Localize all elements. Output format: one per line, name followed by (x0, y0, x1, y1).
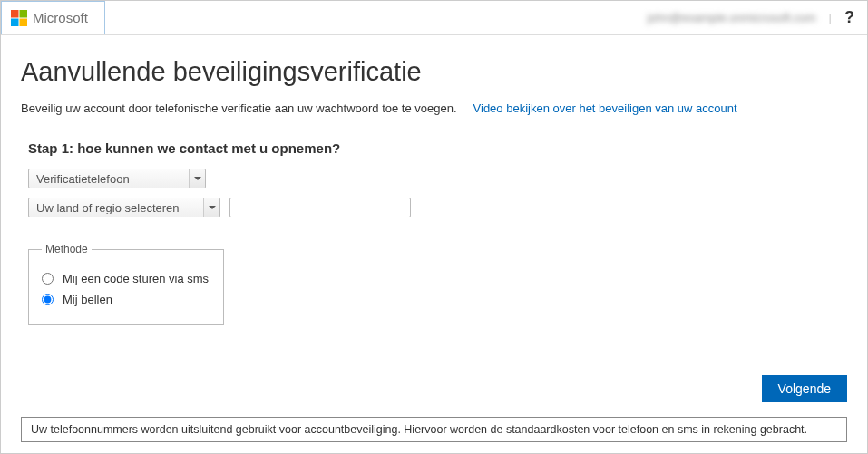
divider: | (829, 11, 832, 24)
header-bar: Microsoft john@example.onmicrosoft.com |… (1, 1, 867, 35)
user-email: john@example.onmicrosoft.com (648, 11, 816, 24)
contact-method-row: Verificatietelefoon (28, 169, 847, 188)
country-region-select[interactable]: Uw land of regio selecteren (28, 198, 220, 217)
brand-name: Microsoft (33, 10, 88, 25)
help-icon[interactable]: ? (844, 8, 854, 27)
radio-call-label: Mij bellen (63, 293, 112, 306)
intro-text: Beveilig uw account door telefonische ve… (21, 101, 457, 115)
svg-rect-0 (11, 10, 19, 18)
content-area: Aanvullende beveiligingsverificatie Beve… (1, 35, 867, 453)
microsoft-logo-icon (11, 10, 27, 26)
method-fieldset: Methode Mij een code sturen via sms Mij … (28, 243, 224, 325)
video-link[interactable]: Video bekijken over het beveiligen van u… (473, 101, 737, 115)
radio-sms[interactable] (42, 273, 54, 285)
method-option-call[interactable]: Mij bellen (42, 293, 210, 306)
svg-rect-2 (11, 18, 19, 26)
method-legend: Methode (42, 243, 92, 256)
country-phone-row: Uw land of regio selecteren (28, 198, 847, 217)
radio-call[interactable] (42, 294, 54, 305)
step-title: Stap 1: hoe kunnen we contact met u opne… (28, 140, 847, 156)
header-right: john@example.onmicrosoft.com | ? (648, 8, 854, 27)
footer-note: Uw telefoonnummers worden uitsluitend ge… (21, 417, 847, 442)
next-button[interactable]: Volgende (762, 375, 847, 402)
radio-sms-label: Mij een code sturen via sms (63, 272, 209, 285)
brand-logo[interactable]: Microsoft (1, 1, 105, 34)
phone-number-input[interactable] (229, 198, 411, 217)
page-title: Aanvullende beveiligingsverificatie (21, 57, 847, 87)
contact-method-select[interactable]: Verificatietelefoon (28, 169, 206, 188)
method-option-sms[interactable]: Mij een code sturen via sms (42, 272, 210, 285)
svg-rect-1 (20, 10, 28, 18)
intro-row: Beveilig uw account door telefonische ve… (21, 101, 847, 115)
svg-rect-3 (20, 18, 28, 26)
